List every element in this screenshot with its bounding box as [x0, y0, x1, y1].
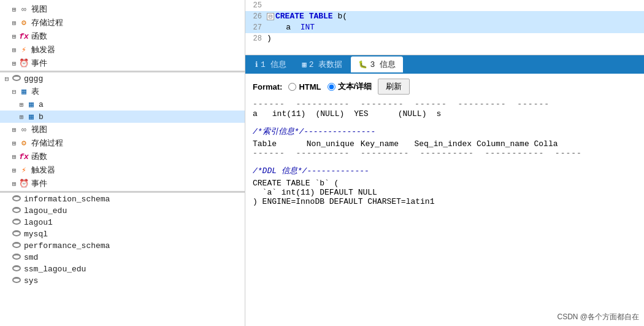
fold-icon-26[interactable]: ⊟: [267, 13, 274, 20]
ssm-lagou-edu-label: ssm_lagou_edu: [24, 265, 86, 274]
tab-info1-label: 1 信息: [261, 59, 286, 70]
performance-schema-label: performance_schema: [24, 241, 110, 250]
event-gggg-label: 事件: [31, 178, 47, 189]
code-line-27: 27 a INT: [245, 22, 644, 33]
db-separator-1: [0, 71, 245, 72]
toggle-event-gggg[interactable]: ⊞: [10, 180, 18, 188]
lagou1-label: lagou1: [24, 218, 53, 227]
keyword-table: TABLE: [309, 12, 333, 21]
sidebar-item-information-schema[interactable]: information_schema: [0, 193, 245, 205]
event-top-label: 事件: [31, 58, 47, 69]
sidebar-item-views-gggg[interactable]: ⊞ ∞ 视图: [0, 123, 245, 136]
table-a-label: a: [39, 100, 44, 109]
sidebar-item-event-top[interactable]: ⊞ ⏰ 事件: [0, 56, 245, 70]
radio-html[interactable]: HTML: [288, 82, 321, 91]
sidebar-item-mysql[interactable]: mysql: [0, 228, 245, 240]
toggle-views-gggg[interactable]: ⊞: [10, 126, 18, 134]
toggle-table-b[interactable]: ⊞: [17, 113, 26, 121]
sys-icon: [11, 276, 22, 285]
watermark: CSDN @各个方面都自在: [557, 312, 639, 322]
trigger-gggg-icon: ⚡: [18, 165, 29, 175]
mysql-label: mysql: [24, 230, 48, 239]
information-schema-label: information_schema: [24, 195, 110, 204]
toggle-proc-gggg[interactable]: ⊞: [10, 139, 18, 147]
toggle-trigger-gggg[interactable]: ⊞: [10, 166, 18, 174]
code-line-28: 28 ): [245, 33, 644, 44]
func-top-icon: fx: [18, 32, 29, 41]
tab-info3[interactable]: 🐛 3 信息: [351, 56, 403, 72]
ddl-header: /*DDL 信息*/-------------: [253, 165, 637, 176]
sidebar-item-trigger-top[interactable]: ⊞ ⚡ 触发器: [0, 43, 245, 56]
radio-html-input[interactable]: [288, 83, 296, 91]
db-separator-2: [0, 191, 245, 193]
toggle-func-top[interactable]: ⊞: [10, 33, 18, 41]
cell-null-val: (NULL): [398, 109, 427, 118]
right-panel: 25 26 ⊟CREATE TABLE b( 27 a INT 28 ) ℹ 1…: [245, 0, 644, 326]
sidebar: ⊞ ∞ 视图 ⊞ ⚙ 存储过程 ⊞ fx 函数 ⊞ ⚡ 触发器 ⊞ ⏰ 事件 ⊟…: [0, 0, 245, 326]
sidebar-item-trigger-gggg[interactable]: ⊞ ⚡ 触发器: [0, 163, 245, 177]
views-top-icon: ∞: [18, 5, 29, 14]
sidebar-item-func-top[interactable]: ⊞ fx 函数: [0, 29, 245, 43]
sidebar-item-gggg[interactable]: ⊟ gggg: [0, 73, 245, 85]
tab-info3-label: 3 信息: [370, 59, 396, 70]
views-top-label: 视图: [31, 4, 47, 15]
tab-info1-icon: ℹ: [255, 60, 258, 69]
sidebar-item-ssm-lagou-edu[interactable]: ssm_lagou_edu: [0, 263, 245, 275]
data-row-1: a int(11) (NULL) YES (NULL) s: [253, 109, 637, 118]
radio-text-input[interactable]: [328, 83, 335, 91]
refresh-button[interactable]: 刷新: [378, 79, 410, 95]
toggle-table-a[interactable]: ⊞: [17, 101, 26, 109]
sidebar-item-performance-schema[interactable]: performance_schema: [0, 240, 245, 252]
tables-gggg-label: 表: [31, 86, 39, 97]
line-num-25: 25: [245, 0, 267, 11]
tab-tabledata-icon: ▦: [302, 60, 307, 69]
sidebar-item-tables-gggg[interactable]: ⊟ ▦ 表: [0, 85, 245, 98]
toggle-event-top[interactable]: ⊞: [10, 60, 18, 68]
toggle-tables-gggg[interactable]: ⊟: [10, 88, 18, 96]
toggle-gggg[interactable]: ⊟: [2, 75, 11, 83]
smd-label: smd: [24, 253, 38, 262]
tab-tabledata-label: 2 表数据: [309, 59, 343, 70]
sidebar-item-smd[interactable]: smd: [0, 252, 245, 263]
sidebar-item-views-top[interactable]: ⊞ ∞ 视图: [0, 2, 245, 16]
code-line-25: 25: [245, 0, 644, 11]
trigger-top-icon: ⚡: [18, 45, 29, 55]
code-editor[interactable]: 25 26 ⊟CREATE TABLE b( 27 a INT 28 ): [245, 0, 644, 55]
proc-top-label: 存储过程: [31, 17, 63, 28]
sidebar-item-table-b[interactable]: ⊞ ▦ b: [0, 111, 245, 123]
gggg-label: gggg: [24, 74, 43, 83]
sidebar-item-proc-top[interactable]: ⊞ ⚙ 存储过程: [0, 16, 245, 29]
toggle-proc-top[interactable]: ⊞: [10, 19, 18, 27]
event-top-icon: ⏰: [18, 58, 29, 68]
line-content-28: ): [267, 33, 644, 44]
sidebar-item-sys[interactable]: sys: [0, 275, 245, 287]
line-num-26: 26: [245, 11, 267, 22]
tab-info1[interactable]: ℹ 1 信息: [248, 56, 294, 72]
cell-s: s: [436, 109, 441, 118]
code-line-26: 26 ⊟CREATE TABLE b(: [245, 11, 644, 22]
sidebar-item-event-gggg[interactable]: ⊞ ⏰ 事件: [0, 177, 245, 190]
lagou1-icon: [11, 218, 22, 227]
col-a: a: [286, 23, 291, 32]
toggle-func-gggg[interactable]: ⊞: [10, 153, 18, 161]
gggg-db-icon: [11, 74, 22, 83]
sidebar-item-lagou-edu[interactable]: lagou_edu: [0, 205, 245, 217]
sys-label: sys: [24, 276, 38, 285]
index-col-seqinindex: Seq_in_index: [414, 139, 472, 149]
sidebar-item-lagou1[interactable]: lagou1: [0, 217, 245, 228]
radio-text[interactable]: 文本/详细: [328, 81, 372, 92]
tab-info3-icon: 🐛: [358, 60, 367, 69]
toggle-trigger-top[interactable]: ⊞: [10, 46, 18, 54]
sidebar-item-func-gggg[interactable]: ⊞ fx 函数: [0, 150, 245, 163]
tab-tabledata[interactable]: ▦ 2 表数据: [295, 56, 350, 72]
radio-text-label: 文本/详细: [338, 81, 372, 92]
toggle-views-top[interactable]: ⊞: [10, 6, 18, 14]
table-name-b: b(: [337, 12, 347, 21]
func-top-label: 函数: [31, 31, 47, 42]
sidebar-item-proc-gggg[interactable]: ⊞ ⚙ 存储过程: [0, 136, 245, 150]
sidebar-item-table-a[interactable]: ⊞ ▦ a: [0, 98, 245, 111]
index-section: /*索引信息*/--------------- Table Non_unique…: [253, 126, 637, 158]
ssm-lagou-edu-icon: [11, 265, 22, 274]
line-num-27: 27: [245, 22, 267, 33]
separator-line-1: ------ ---------- -------- ------ ------…: [253, 99, 637, 109]
